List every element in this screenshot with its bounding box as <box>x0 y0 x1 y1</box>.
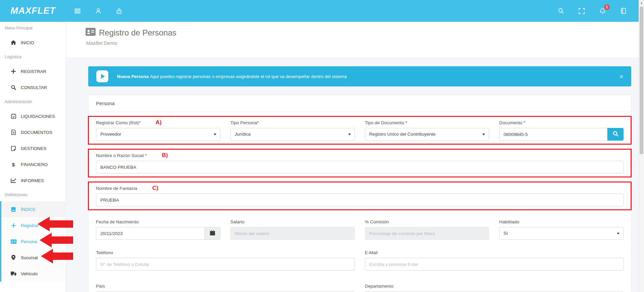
top-navbar: MAXFLET <box>0 0 639 22</box>
field-label-salario: Salario <box>230 219 245 224</box>
sidebar-item-registrar[interactable]: REGISTRAR <box>0 63 66 79</box>
map-marker-icon <box>10 255 17 260</box>
brand-logo[interactable]: MAXFLET <box>0 6 66 16</box>
sidebar-item-label: Persona <box>21 239 37 244</box>
fecha-nacimiento-input[interactable] <box>96 227 205 240</box>
tipo-documento-select[interactable]: Registro Unico del Contribuyente <box>365 128 489 141</box>
salario-input <box>230 227 355 240</box>
sidebar-item-sucursal[interactable]: Sucursal <box>1 249 66 266</box>
field-label-razon-social: Nombre o Razón Social * <box>96 153 147 158</box>
sidebar-item-liquidaciones[interactable]: LIQUIDACIONES <box>0 108 66 124</box>
sidebar-item-financiero[interactable]: $ FINANCIERO <box>0 156 66 172</box>
note-icon <box>10 146 17 151</box>
lock-icon <box>116 8 122 14</box>
annotation-letter-a: A) <box>156 120 162 125</box>
sidebar-item-informes[interactable]: INFORMES <box>0 172 66 189</box>
field-label-documento: Documento * <box>499 120 525 125</box>
field-label-tipo-persona: Tipo Persona* <box>230 120 259 125</box>
search-icon <box>613 131 619 138</box>
scrollbar-up-arrow[interactable]: ▲ <box>639 0 644 6</box>
fullscreen-button[interactable] <box>576 5 588 17</box>
search-button[interactable] <box>555 5 567 17</box>
comision-input <box>365 227 489 240</box>
document-icon <box>10 130 17 135</box>
annotation-letter-b: B) <box>162 152 168 158</box>
sidebar-item-gestiones[interactable]: GESTIONES <box>0 140 66 156</box>
user-menu-button[interactable] <box>92 5 104 17</box>
sidebar-section-logistica: Logística <box>0 51 66 63</box>
search-icon <box>558 8 564 14</box>
nombre-fantasia-input[interactable] <box>96 194 624 206</box>
video-play-button[interactable] <box>96 70 108 82</box>
habilitado-select[interactable]: Sí <box>499 227 624 240</box>
field-label-telefono: Teléfono <box>96 250 113 255</box>
annotation-box-a: Registrar Como (Rol)* A) Proveedor Tipo … <box>88 116 632 145</box>
dollar-icon: $ <box>10 162 17 167</box>
user-icon <box>95 8 101 14</box>
sidebar-item-label: FINANCIERO <box>21 162 48 167</box>
truck-icon <box>10 272 17 276</box>
field-label-email: E-Mail <box>365 250 378 255</box>
calendar-check-icon <box>10 114 17 119</box>
documento-search-button[interactable] <box>607 128 624 141</box>
sidebar-item-label: INICIO <box>21 40 34 45</box>
sidebar-item-label: ÍNDICE <box>21 207 36 212</box>
sidebar-item-label: Registrar <box>21 223 39 228</box>
sidebar-section-administracion: Administración <box>0 95 66 108</box>
sidebar-item-inicio[interactable]: INICIO <box>0 34 66 51</box>
id-card-icon <box>10 239 17 244</box>
card-title: Persona <box>89 95 631 112</box>
sidebar-item-persona[interactable]: Persona <box>1 233 66 249</box>
lock-button[interactable] <box>113 5 125 17</box>
sidebar-section-menu-principal: Menu Principal <box>0 22 66 34</box>
sidebar-item-label: Vehículo <box>21 271 38 276</box>
play-icon <box>101 74 105 79</box>
id-card-header-icon <box>86 28 96 38</box>
email-input[interactable] <box>365 258 624 271</box>
plus-icon <box>10 223 17 228</box>
journal-icon <box>621 8 626 14</box>
sidebar-toggle-button[interactable] <box>71 5 84 17</box>
sidebar-item-documentos[interactable]: DOCUMENTOS <box>0 124 66 140</box>
sidebar-item-label: DOCUMENTOS <box>21 130 52 135</box>
registrar-como-select[interactable]: Proveedor <box>96 128 220 141</box>
annotation-letter-c: C) <box>152 185 158 191</box>
page-scrollbar[interactable]: ▲ <box>639 0 644 292</box>
annotation-box-b: Nombre o Razón Social * B) <box>88 149 632 177</box>
sidebar-section-definiciones: Definiciones <box>0 189 66 201</box>
sidebar-item-label: CONSULTAR <box>21 85 47 90</box>
persona-card: Persona Registrar Como (Rol)* A) Proveed… <box>88 95 631 292</box>
sidebar-item-indice[interactable]: ÍNDICE <box>1 201 66 217</box>
field-label-nombre-fantasia: Nombre de Fantasía <box>96 186 137 191</box>
sidebar-item-label: LIQUIDACIONES <box>21 114 55 119</box>
calendar-button[interactable] <box>205 227 220 240</box>
notifications-button[interactable]: 5 <box>596 5 608 17</box>
field-label-departamento: Departamento <box>365 284 394 289</box>
sidebar-item-consultar[interactable]: CONSULTAR <box>0 79 66 95</box>
page-title: Registro de Personas <box>99 28 176 38</box>
sidebar-item-vehiculo[interactable]: Vehículo <box>1 266 66 282</box>
field-label-comision: % Comisión <box>365 219 389 224</box>
tipo-persona-select[interactable]: Jurídica <box>230 128 355 141</box>
search-icon <box>10 85 17 90</box>
plus-icon <box>10 69 17 74</box>
sidebar-item-label: Sucursal <box>21 255 38 260</box>
field-label-registrar-como: Registrar Como (Rol)* <box>96 120 141 125</box>
telefono-input[interactable] <box>96 258 355 271</box>
razon-social-input[interactable] <box>96 161 624 173</box>
sidebar-submenu-definiciones: ÍNDICE Registrar Persona Sucursal Vehícu… <box>0 201 66 282</box>
info-banner: Nueva PersonaAquí puedes registrar perso… <box>88 66 631 86</box>
sidebar: Menu Principal INICIO Logística REGISTRA… <box>0 22 66 292</box>
documento-input[interactable] <box>499 128 607 141</box>
scrollbar-thumb[interactable] <box>640 7 643 154</box>
banner-close-icon[interactable]: × <box>620 73 623 80</box>
field-label-pais: País <box>96 284 105 289</box>
fullscreen-icon <box>579 8 585 14</box>
content-header: Registro de Personas Maxflet Demo <box>66 22 639 58</box>
field-label-fecha-nacimiento: Fecha de Nacimiento <box>96 219 139 224</box>
home-icon <box>10 40 17 45</box>
sidebar-item-registrar-sub[interactable]: Registrar <box>1 217 66 233</box>
log-panel-button[interactable] <box>617 5 629 17</box>
hamburger-icon <box>74 9 80 13</box>
sidebar-item-label: GESTIONES <box>21 146 46 151</box>
